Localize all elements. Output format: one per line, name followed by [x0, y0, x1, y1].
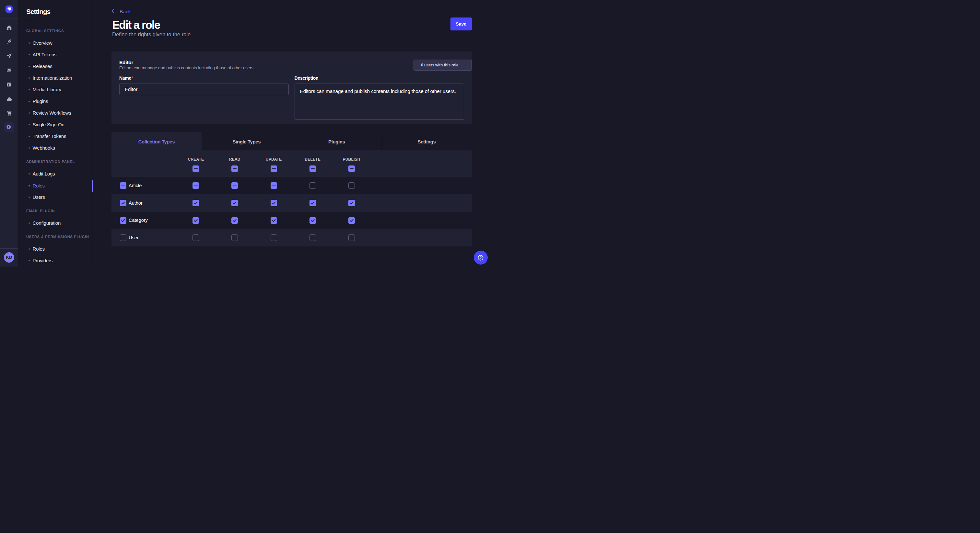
- svg-text:?: ?: [480, 256, 482, 260]
